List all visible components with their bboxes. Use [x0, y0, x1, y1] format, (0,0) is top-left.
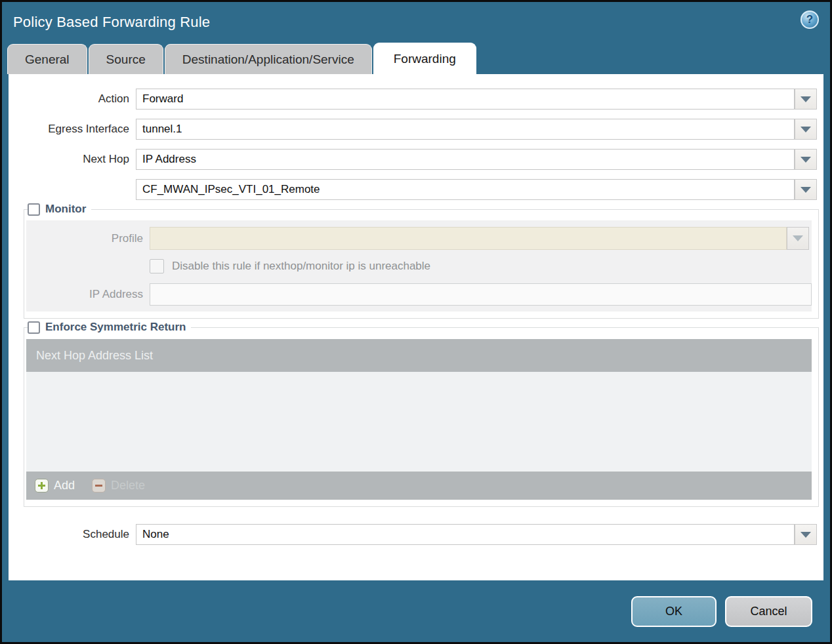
egress-interface-combo: [136, 119, 817, 140]
next-hop-address-combo: [136, 179, 817, 200]
symmetric-return-fieldset: Enforce Symmetric Return Next Hop Addres…: [24, 327, 819, 507]
action-label: Action: [9, 92, 136, 106]
action-row: Action: [9, 89, 817, 110]
delete-button: Delete: [92, 479, 145, 493]
table-footer: Add Delete: [26, 472, 812, 500]
schedule-dropdown-button[interactable]: [795, 524, 817, 545]
schedule-row: Schedule: [9, 524, 817, 545]
forwarding-tab-panel: Action Egress Interface Next Hop: [9, 74, 823, 580]
monitor-checkbox[interactable]: [28, 203, 40, 216]
pbf-rule-dialog: Policy Based Forwarding Rule ? General S…: [0, 0, 832, 644]
dialog-titlebar: Policy Based Forwarding Rule ?: [2, 2, 830, 43]
help-glyph: ?: [806, 13, 813, 26]
monitor-legend-label: Monitor: [45, 203, 86, 216]
cancel-button[interactable]: Cancel: [725, 596, 812, 627]
chevron-down-icon: [793, 235, 803, 241]
monitor-fieldset: Monitor Profile Disable this rule if nex…: [24, 209, 819, 319]
tab-source[interactable]: Source: [89, 44, 163, 74]
schedule-input[interactable]: [136, 524, 795, 545]
dialog-title: Policy Based Forwarding Rule: [13, 14, 210, 31]
egress-interface-label: Egress Interface: [9, 123, 136, 136]
help-icon[interactable]: ?: [801, 10, 819, 29]
chevron-down-icon: [801, 187, 811, 193]
profile-label: Profile: [26, 232, 150, 245]
table-body[interactable]: [26, 372, 812, 472]
schedule-combo: [136, 524, 817, 545]
next-hop-address-list-table: Next Hop Address List Add Delete: [26, 339, 812, 500]
monitor-ip-address-row: IP Address: [26, 283, 812, 306]
tab-general[interactable]: General: [7, 44, 87, 74]
add-button-label: Add: [54, 479, 75, 493]
monitor-ip-address-input: [150, 283, 812, 306]
ok-button[interactable]: OK: [631, 596, 717, 627]
plus-icon: [35, 479, 49, 493]
next-hop-address-dropdown-button[interactable]: [795, 179, 817, 200]
next-hop-type-combo: [136, 149, 817, 170]
add-button[interactable]: Add: [35, 479, 75, 493]
schedule-label: Schedule: [9, 528, 136, 541]
egress-interface-row: Egress Interface: [9, 119, 817, 140]
next-hop-label: Next Hop: [9, 153, 136, 166]
table-header: Next Hop Address List: [26, 339, 812, 372]
chevron-down-icon: [801, 127, 811, 132]
chevron-down-icon: [801, 532, 811, 538]
monitor-legend: Monitor: [28, 203, 91, 216]
monitor-ip-address-label: IP Address: [26, 288, 150, 301]
disable-rule-checkbox: [150, 259, 164, 273]
next-hop-type-dropdown-button[interactable]: [795, 149, 817, 170]
tab-strip: General Source Destination/Application/S…: [2, 43, 830, 74]
profile-input: [150, 227, 787, 250]
action-combo: [136, 89, 817, 110]
profile-combo: [150, 227, 809, 250]
chevron-down-icon: [801, 96, 811, 102]
next-hop-address-input[interactable]: [136, 179, 795, 200]
profile-row: Profile: [26, 227, 812, 250]
delete-button-label: Delete: [111, 479, 145, 493]
profile-dropdown-button: [787, 227, 809, 250]
egress-interface-input[interactable]: [136, 119, 795, 140]
action-dropdown-button[interactable]: [795, 89, 817, 110]
chevron-down-icon: [801, 157, 811, 163]
symmetric-return-legend-label: Enforce Symmetric Return: [45, 321, 186, 334]
symmetric-return-checkbox[interactable]: [28, 321, 40, 334]
next-hop-row: Next Hop: [9, 149, 817, 170]
next-hop-address-row: [9, 179, 817, 200]
tab-forwarding[interactable]: Forwarding: [373, 43, 476, 74]
symmetric-return-legend: Enforce Symmetric Return: [28, 321, 191, 334]
action-input[interactable]: [136, 89, 795, 110]
egress-interface-dropdown-button[interactable]: [795, 119, 817, 140]
minus-icon: [92, 479, 106, 493]
disable-rule-row: Disable this rule if nexthop/monitor ip …: [150, 259, 812, 273]
table-header-label: Next Hop Address List: [36, 349, 153, 363]
tab-destination-application-service[interactable]: Destination/Application/Service: [165, 44, 372, 74]
next-hop-type-input[interactable]: [136, 149, 795, 170]
dialog-footer: OK Cancel: [2, 580, 830, 642]
disable-rule-label: Disable this rule if nexthop/monitor ip …: [172, 260, 430, 273]
monitor-box: Profile Disable this rule if nexthop/mon…: [26, 220, 812, 312]
